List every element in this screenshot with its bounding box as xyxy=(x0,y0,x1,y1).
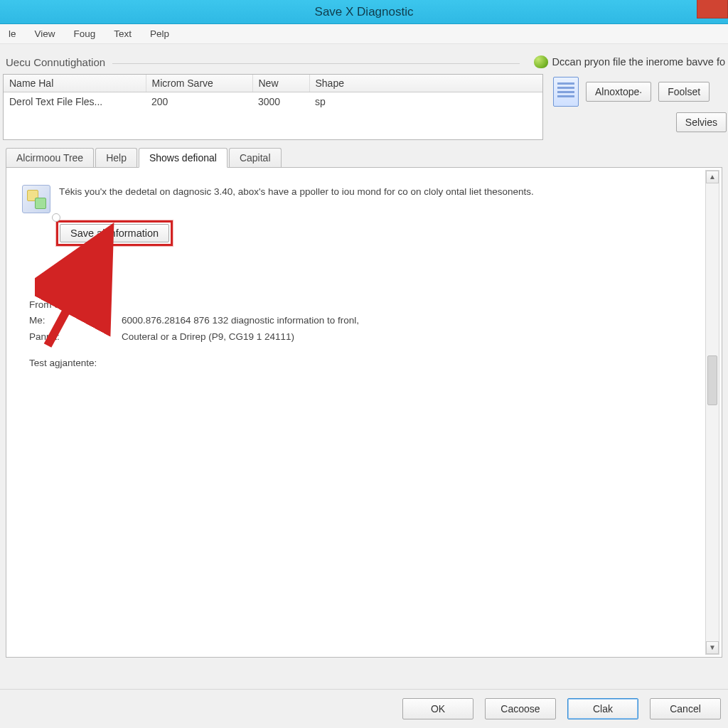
table-row[interactable]: Derol Text File Fles... 200 3000 sp xyxy=(4,92,542,111)
window-title: Save X Diagnostic xyxy=(315,5,414,19)
menu-item-pelp[interactable]: Pelp xyxy=(144,26,175,41)
footer-bar: OK Cacoose Clak Cancel xyxy=(0,689,728,728)
save-all-highlight: Save al information xyxy=(56,220,173,246)
tab-capital[interactable]: Capital xyxy=(229,148,282,167)
close-button[interactable] xyxy=(697,0,728,18)
client-area: Uecu Connutighation Dccan pryon file the… xyxy=(0,44,728,689)
tab-bar: Alcirmoou Tree Help Shows defional Capit… xyxy=(6,147,725,167)
section-right: Dccan pryon file the inerome bavve fo xyxy=(534,55,725,68)
tab-alcirmoou-tree[interactable]: Alcirmoou Tree xyxy=(6,148,94,167)
tab-shows-defional[interactable]: Shows defional xyxy=(139,148,228,168)
col-microm[interactable]: Microm Sarve xyxy=(146,75,252,92)
content-frame: Tékis you'x the dedetal on dagnosic 3.40… xyxy=(6,167,722,658)
save-all-information-button[interactable]: Save al information xyxy=(60,224,169,242)
content-scrollbar[interactable]: ▲ ▼ xyxy=(705,170,719,655)
panpa-value: Couteral or a Drirep (P9, CG19 1 24111) xyxy=(122,329,294,346)
alnoxtope-button[interactable]: Alnoxtope· xyxy=(586,82,651,102)
table-header-row: Name Hal Microm Sarve New Shape xyxy=(4,75,542,92)
info-block: From Saspa: Me: 6000.876.28164 876 132 d… xyxy=(29,297,706,373)
menu-item-text[interactable]: Text xyxy=(108,26,137,41)
upper-pane: Name Hal Microm Sarve New Shape Derol Te… xyxy=(3,74,725,140)
intro-row: Tékis you'x the dedetal on dagnosic 3.40… xyxy=(22,181,706,213)
foolset-button[interactable]: Foolset xyxy=(658,82,710,102)
config-table[interactable]: Name Hal Microm Sarve New Shape Derol Te… xyxy=(3,74,543,140)
ok-button[interactable]: OK xyxy=(402,698,473,719)
content-inner: Tékis you'x the dedetal on dagnosic 3.40… xyxy=(6,168,722,657)
col-shape[interactable]: Shape xyxy=(309,75,542,92)
clak-button[interactable]: Clak xyxy=(567,698,638,719)
side-buttons: Alnoxtope· Foolset Selvies xyxy=(553,74,725,132)
title-bar: Save X Diagnostic xyxy=(0,0,728,24)
panpa-label: Panpa: xyxy=(29,329,122,346)
col-new[interactable]: New xyxy=(252,75,309,92)
scroll-thumb[interactable] xyxy=(707,355,717,405)
table-empty-row xyxy=(4,111,542,139)
scroll-down-button[interactable]: ▼ xyxy=(706,641,719,654)
cell-name: Derol Text File Fles... xyxy=(4,92,146,111)
menu-bar: le View Foug Text Pelp xyxy=(0,24,728,44)
section-right-text: Dccan pryon file the inerome bavve fo xyxy=(552,56,725,68)
me-value: 6000.876.28164 876 132 diagnostic inform… xyxy=(122,313,359,329)
cell-shape: sp xyxy=(309,92,542,111)
diagnostic-icon xyxy=(22,185,50,213)
radio-icon[interactable] xyxy=(52,213,60,222)
cancel-button[interactable]: Cancel xyxy=(650,698,721,719)
section-label: Uecu Connutighation xyxy=(6,56,105,68)
cell-new: 3000 xyxy=(252,92,309,111)
document-icon xyxy=(553,77,579,107)
section-header-row: Uecu Connutighation Dccan pryon file the… xyxy=(6,55,725,68)
cell-microm: 200 xyxy=(146,92,252,111)
cacoose-button[interactable]: Cacoose xyxy=(485,698,556,719)
intro-text: Tékis you'x the dedetal on dagnosic 3.40… xyxy=(59,181,534,199)
menu-item-file[interactable]: le xyxy=(3,26,22,41)
me-label: Me: xyxy=(29,313,122,329)
col-name[interactable]: Name Hal xyxy=(4,75,146,92)
scroll-up-button[interactable]: ▲ xyxy=(706,171,719,183)
from-label: From Saspa: xyxy=(29,297,122,314)
section-rule xyxy=(112,63,519,64)
menu-item-view[interactable]: View xyxy=(29,26,61,41)
test-label: Test agjantente: xyxy=(29,355,706,372)
menu-item-foug[interactable]: Foug xyxy=(68,26,102,41)
bug-icon xyxy=(534,55,548,68)
tab-help[interactable]: Help xyxy=(95,148,137,167)
selvies-button[interactable]: Selvies xyxy=(676,112,727,132)
